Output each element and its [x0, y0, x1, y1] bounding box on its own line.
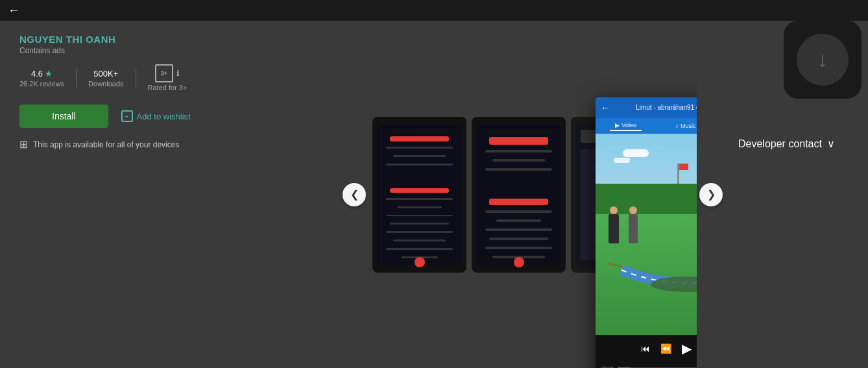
video-tab-music[interactable]: ♪ Music — [670, 121, 697, 130]
video-tab-icon: ▶ — [615, 122, 620, 129]
buttons-row: Install + Add to wishlist — [19, 104, 324, 128]
app-icon-arrow: ↓ — [817, 48, 828, 72]
install-button[interactable]: Install — [19, 104, 108, 128]
video-tab-video[interactable]: ▶ Video — [610, 121, 642, 131]
wishlist-icon: + — [121, 110, 133, 122]
screenshot-2[interactable] — [472, 117, 566, 273]
video-title: Limut - abraràhan91 original sound — [615, 104, 697, 111]
devices-text: This app is available for all of your de… — [33, 140, 179, 149]
rated-row: 3+ ℹ — [155, 64, 180, 82]
people-area — [609, 214, 638, 243]
screenshot-1[interactable] — [372, 117, 466, 273]
person-1 — [609, 214, 619, 243]
rating-stat: 4.6 ★ 26.2K reviews — [19, 69, 77, 88]
info-circle-icon: ℹ — [176, 69, 180, 78]
screenshots-container: ▶ ← Limut - abraràhan91 original sound 1… — [366, 117, 697, 273]
downloads-value: 500K+ — [93, 69, 118, 79]
info-panel: NGUYEN THI OANH Contains ads 4.6 ★ 26.2K… — [0, 21, 344, 368]
music-tab-icon: ♪ — [675, 123, 679, 129]
rated-label: Rated for 3+ — [148, 84, 187, 92]
add-to-wishlist-button[interactable]: + Add to wishlist — [121, 110, 191, 122]
play-pause-button[interactable]: ▶ — [682, 341, 692, 356]
devices-icon: ⊞ — [19, 138, 28, 151]
video-header: ← Limut - abraràhan91 original sound 10:… — [596, 97, 697, 118]
app-name: NGUYEN THI OANH — [19, 34, 324, 45]
cloud-1 — [623, 149, 649, 157]
video-controls: ⏮ ⏪ ▶ ⏩ ⏭ — [596, 335, 697, 362]
rated-stat: 3+ ℹ Rated for 3+ — [136, 64, 199, 92]
rating-value: 4.6 ★ — [31, 69, 53, 79]
chevron-down-icon: ∨ — [827, 138, 835, 150]
app-icon-large: ↓ — [784, 21, 862, 99]
time-start: 00:00 — [601, 365, 614, 368]
carousel-next-button[interactable]: ❯ — [699, 183, 723, 206]
screenshots-area: ▶ ← Limut - abraràhan91 original sound 1… — [366, 21, 697, 368]
video-tabs: ▶ Video ♪ Music ⊞ Cover — [596, 118, 697, 134]
flag — [679, 164, 688, 170]
star-icon: ★ — [45, 69, 53, 79]
video-content-area — [596, 134, 697, 335]
top-bar: ← — [0, 0, 868, 21]
right-panel: ↓ Developer contact ∨ — [725, 21, 868, 368]
hammock-svg — [602, 251, 697, 315]
downloads-stat: 500K+ Downloads — [77, 69, 136, 88]
devices-row: ⊞ This app is available for all of your … — [19, 138, 324, 151]
video-back-button[interactable]: ← — [601, 103, 610, 113]
downloads-label: Downloads — [88, 80, 123, 88]
contains-ads-label: Contains ads — [19, 46, 324, 55]
carousel-prev-button[interactable]: ❮ — [343, 183, 366, 206]
rewind-button[interactable]: ⏪ — [660, 343, 671, 354]
app-icon-inner: ↓ — [797, 34, 849, 86]
stats-row: 4.6 ★ 26.2K reviews 500K+ Downloads 3+ ℹ… — [19, 64, 324, 92]
top-back-icon[interactable]: ← — [8, 4, 19, 18]
hammock-area — [602, 244, 697, 322]
developer-contact-label: Developer contact — [738, 138, 822, 150]
developer-contact-section[interactable]: Developer contact ∨ — [738, 138, 835, 150]
cloud-2 — [614, 158, 630, 163]
progress-bar-row: 00:00 00:19 — [596, 362, 697, 369]
reviews-label: 26.2K reviews — [19, 80, 64, 88]
rated-icon: 3+ — [155, 64, 173, 82]
skip-to-start-button[interactable]: ⏮ — [641, 343, 650, 354]
main-content: NGUYEN THI OANH Contains ads 4.6 ★ 26.2K… — [0, 21, 868, 368]
video-player-overlay: ← Limut - abraràhan91 original sound 10:… — [596, 97, 697, 369]
person-2 — [629, 214, 638, 243]
